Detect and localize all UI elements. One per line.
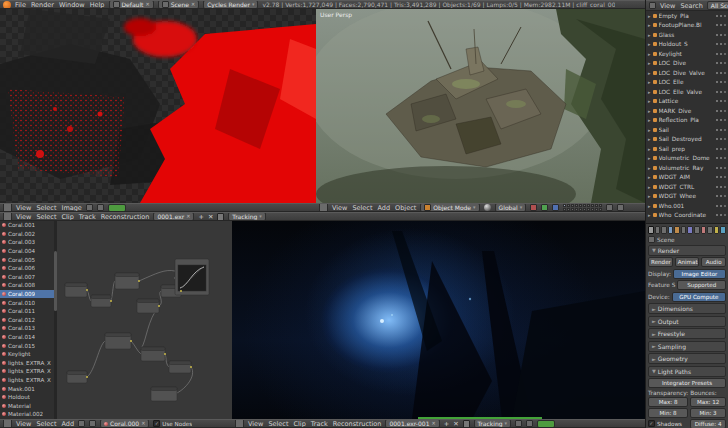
visibility-toggles[interactable] bbox=[716, 176, 718, 178]
outliner-item[interactable]: ▸ MARK_Dive bbox=[646, 106, 728, 116]
disclosure-triangle-icon[interactable]: ▸ bbox=[648, 127, 651, 133]
object-mode-selector[interactable]: Object Mode▾ bbox=[420, 203, 479, 212]
menu-item[interactable]: Help bbox=[90, 1, 105, 9]
disclosure-triangle-icon[interactable]: ▸ bbox=[648, 13, 651, 19]
menu-item[interactable]: Reconstruction bbox=[333, 420, 382, 428]
image-pin-icon[interactable] bbox=[86, 204, 93, 211]
active-material-selector[interactable]: Coral.000✕ bbox=[100, 419, 149, 428]
menu-item[interactable]: Add bbox=[378, 204, 391, 212]
display-select[interactable]: Image Editor bbox=[673, 269, 726, 279]
lock-icon[interactable] bbox=[217, 213, 224, 221]
visibility-toggles[interactable] bbox=[716, 110, 718, 112]
clip-mode-selector[interactable]: Tracking▾ bbox=[474, 419, 512, 428]
material-list-item[interactable]: lights_EXTRA_X bbox=[0, 359, 54, 368]
render-action-button[interactable]: Animation bbox=[675, 257, 700, 267]
material-list-item[interactable]: Coral.004 bbox=[0, 247, 54, 256]
disclosure-triangle-icon[interactable]: ▸ bbox=[648, 184, 651, 190]
outliner-item[interactable]: ▸ Keylight bbox=[646, 49, 728, 59]
menu-item[interactable]: Select bbox=[352, 204, 372, 212]
material-list-item[interactable]: Material.002 bbox=[0, 410, 54, 419]
menu-item[interactable]: Select bbox=[36, 420, 56, 428]
visibility-toggles[interactable] bbox=[716, 15, 718, 17]
menu-item[interactable]: View bbox=[16, 420, 31, 428]
properties-section-header[interactable]: ► Freestyle bbox=[648, 328, 726, 339]
node-graph[interactable] bbox=[57, 221, 232, 419]
menu-item[interactable]: Window bbox=[59, 1, 85, 9]
manipulator-translate-icon[interactable] bbox=[530, 204, 537, 211]
image-editor-region[interactable] bbox=[0, 9, 316, 203]
outliner-item[interactable]: ▸ Sail_prep bbox=[646, 144, 728, 154]
properties-section-header[interactable]: ► Sampling bbox=[648, 341, 726, 352]
visibility-toggles[interactable] bbox=[716, 186, 718, 188]
menu-item[interactable]: View bbox=[248, 420, 263, 428]
tab-constraints-icon[interactable] bbox=[681, 226, 687, 234]
visibility-toggles[interactable] bbox=[716, 205, 718, 207]
clip-name-chip[interactable]: 0001.exr-001✕ bbox=[385, 419, 439, 428]
render-slot-indicator[interactable] bbox=[108, 204, 126, 212]
image-browse-icon[interactable] bbox=[97, 204, 104, 211]
disclosure-triangle-icon[interactable]: ▸ bbox=[648, 193, 651, 199]
disclosure-triangle-icon[interactable]: ▸ bbox=[648, 51, 651, 57]
outliner-item[interactable]: ▸ Who_Coordinate bbox=[646, 211, 728, 221]
menu-item[interactable]: Clip bbox=[294, 420, 306, 428]
outliner-item[interactable]: ▸ Volumetric_Ray bbox=[646, 163, 728, 173]
visibility-toggles[interactable] bbox=[716, 72, 718, 74]
integrator-presets-select[interactable]: Integrator Presets bbox=[648, 378, 726, 388]
outliner-item[interactable]: ▸ LOC_Elle bbox=[646, 78, 728, 88]
clip-editor-view[interactable] bbox=[232, 221, 645, 419]
tab-object-icon[interactable] bbox=[674, 226, 680, 234]
disclosure-triangle-icon[interactable]: ▸ bbox=[648, 108, 651, 114]
visibility-toggles[interactable] bbox=[716, 53, 718, 55]
outliner-item[interactable]: ▸ LOC_Dive_Valve bbox=[646, 68, 728, 78]
outliner-item[interactable]: ▸ LOC_Dive bbox=[646, 59, 728, 69]
outliner-item[interactable]: ▸ WDGT_AIM bbox=[646, 173, 728, 183]
shader-tree-icon[interactable] bbox=[78, 420, 85, 427]
disclosure-triangle-icon[interactable]: ▸ bbox=[648, 89, 651, 95]
material-list-item[interactable]: Coral.009 bbox=[0, 290, 54, 299]
render-section-header[interactable]: ▼Render bbox=[648, 245, 726, 256]
layers-widget[interactable] bbox=[563, 204, 602, 211]
visibility-toggles[interactable] bbox=[716, 91, 718, 93]
diffuse-field[interactable]: Diffuse: 4 bbox=[690, 419, 726, 428]
properties-section-header[interactable]: ► Geometry bbox=[648, 353, 726, 364]
render-preview-image[interactable] bbox=[0, 9, 316, 203]
disclosure-triangle-icon[interactable]: ▸ bbox=[648, 155, 651, 161]
node-graph-canvas[interactable] bbox=[57, 221, 232, 419]
material-list-item[interactable]: Coral.012 bbox=[0, 316, 54, 325]
material-list-item[interactable]: Coral.011 bbox=[0, 307, 54, 316]
menu-item[interactable]: File bbox=[15, 1, 26, 9]
disclosure-triangle-icon[interactable]: ▸ bbox=[648, 22, 651, 28]
visibility-toggles[interactable] bbox=[716, 157, 718, 159]
material-list-item[interactable]: Keylight bbox=[0, 350, 54, 359]
menu-item[interactable]: Object bbox=[395, 204, 416, 212]
visibility-toggles[interactable] bbox=[716, 24, 718, 26]
clip-name-chip[interactable]: 0001.exr✕ bbox=[153, 212, 194, 221]
material-list-item[interactable]: Coral.010 bbox=[0, 298, 54, 307]
outliner-item[interactable]: ▸ WDGT_CTRL bbox=[646, 182, 728, 192]
editor-type-icon[interactable] bbox=[235, 419, 244, 428]
visibility-toggles[interactable] bbox=[716, 100, 718, 102]
editor-type-icon[interactable] bbox=[3, 419, 12, 428]
material-list-item[interactable]: Coral.008 bbox=[0, 281, 54, 290]
shadows-checkbox[interactable]: ✓ Shadows bbox=[648, 419, 688, 428]
manipulator-rotate-icon[interactable] bbox=[541, 204, 548, 211]
compositing-tree-icon[interactable] bbox=[89, 420, 96, 427]
disclosure-triangle-icon[interactable]: ▸ bbox=[648, 136, 651, 142]
menu-item[interactable]: Track bbox=[79, 213, 96, 221]
bounces-min-field[interactable]: Min: 3 bbox=[690, 408, 726, 418]
add-clip-icon[interactable]: + bbox=[198, 213, 203, 221]
render-action-button[interactable]: Audio bbox=[701, 257, 726, 267]
tab-render-layers-icon[interactable] bbox=[655, 226, 661, 234]
visibility-toggles[interactable] bbox=[716, 148, 718, 150]
tab-particles-icon[interactable] bbox=[714, 226, 720, 234]
clip-footage[interactable] bbox=[232, 221, 645, 419]
visibility-toggles[interactable] bbox=[716, 138, 718, 140]
material-list-item[interactable]: Coral.003 bbox=[0, 238, 54, 247]
manipulator-scale-icon[interactable] bbox=[552, 204, 559, 211]
use-nodes-checkbox[interactable]: ✓ Use Nodes bbox=[153, 420, 192, 427]
add-clip-icon[interactable]: + bbox=[444, 420, 449, 428]
outliner-item[interactable]: ▸ FootupPlane.Bl bbox=[646, 21, 728, 31]
marker-display-icon[interactable] bbox=[526, 420, 533, 427]
tab-scene-icon[interactable] bbox=[661, 226, 667, 234]
transparency-min-field[interactable]: Min: 8 bbox=[648, 408, 688, 418]
